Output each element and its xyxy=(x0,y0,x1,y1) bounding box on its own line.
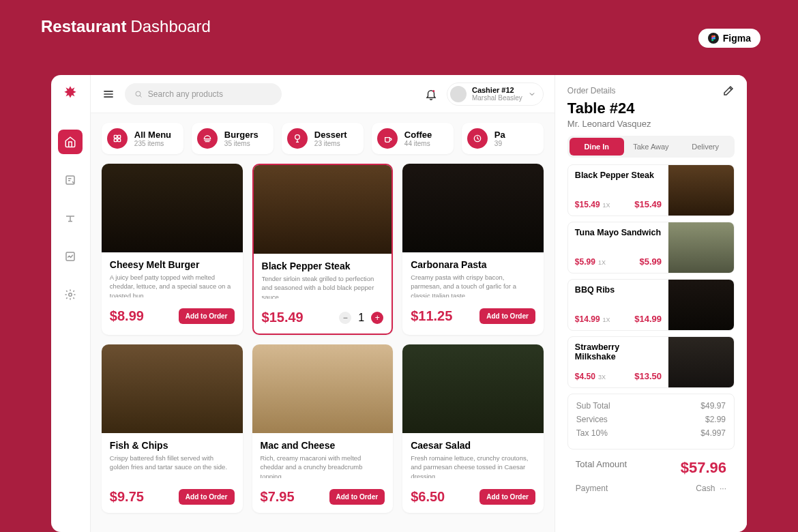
nav-reports[interactable] xyxy=(58,244,83,269)
order-line-item[interactable]: Tuna Mayo Sandwich$5.991X$5.99 xyxy=(567,222,735,274)
product-grid: Cheesy Melt BurgerA juicy beef patty top… xyxy=(91,164,555,524)
customer-name: Mr. Leonard Vasquez xyxy=(567,119,735,129)
order-item-unit-price: $4.50 xyxy=(575,372,595,381)
order-item-unit-price: $14.99 xyxy=(575,314,600,324)
payment-row: Payment Cash ··· xyxy=(567,477,735,493)
note-icon xyxy=(64,174,76,186)
product-image xyxy=(402,344,544,433)
product-image xyxy=(102,164,243,252)
product-title: Carbonara Pasta xyxy=(411,259,535,270)
order-line-item[interactable]: BBQ Ribs$14.991X$14.99 xyxy=(567,279,735,331)
tab-delivery[interactable]: Delivery xyxy=(678,138,733,156)
order-item-qty: 3X xyxy=(598,374,606,381)
table-icon xyxy=(64,212,76,224)
order-item-image xyxy=(668,222,734,273)
product-card[interactable]: Caesar SaladFresh romaine lettuce, crunc… xyxy=(402,344,544,513)
order-item-qty: 1X xyxy=(603,202,610,209)
nav-home[interactable] xyxy=(58,130,83,154)
product-card[interactable]: Cheesy Melt BurgerA juicy beef patty top… xyxy=(102,164,243,335)
svg-point-15 xyxy=(295,135,300,140)
svg-point-4 xyxy=(713,37,715,39)
product-image xyxy=(254,165,392,254)
add-to-order-button[interactable]: Add to Order xyxy=(179,308,235,324)
figma-icon xyxy=(708,33,719,44)
order-line-item[interactable]: Black Pepper Steak$15.491X$15.49 xyxy=(567,164,735,216)
product-image xyxy=(252,344,394,433)
category-icon xyxy=(112,133,123,144)
summary-row: Tax 10%$4.997 xyxy=(576,428,726,438)
product-title: Black Pepper Steak xyxy=(262,261,384,271)
order-item-name: Black Pepper Steak xyxy=(575,171,662,180)
product-price: $7.95 xyxy=(261,489,295,505)
category-icon xyxy=(382,133,393,144)
product-description: Crispy battered fish fillet served with … xyxy=(110,454,235,478)
svg-point-8 xyxy=(69,293,72,297)
product-card[interactable]: Fish & ChipsCrispy battered fish fillet … xyxy=(102,344,243,513)
add-to-order-button[interactable]: Add to Order xyxy=(179,489,235,505)
order-item-name: BBQ Ribs xyxy=(575,285,662,295)
category-burgers[interactable]: Burgers35 items xyxy=(192,123,274,154)
search-input[interactable]: Search any products xyxy=(125,83,282,105)
order-item-image xyxy=(668,280,734,330)
svg-point-9 xyxy=(136,91,141,96)
order-item-name: Strawberry Milkshake xyxy=(575,342,662,361)
category-icon xyxy=(202,133,213,144)
svg-point-5 xyxy=(711,39,713,41)
order-sidebar: Order Details Table #24 Mr. Leonard Vasq… xyxy=(555,75,747,532)
add-to-order-button[interactable]: Add to Order xyxy=(479,308,535,324)
svg-point-10 xyxy=(432,90,434,92)
svg-rect-14 xyxy=(118,139,121,142)
notification-icon[interactable] xyxy=(425,88,437,100)
nav-settings[interactable] xyxy=(58,282,83,307)
product-card[interactable]: Black Pepper SteakTender sirloin steak g… xyxy=(252,164,394,335)
svg-rect-12 xyxy=(118,135,121,138)
order-item-name: Tuna Mayo Sandwich xyxy=(575,228,662,237)
category-icon xyxy=(472,133,483,144)
table-number: Table #24 xyxy=(567,100,735,117)
main-area: Search any products Cashier #12Marshal B… xyxy=(91,75,555,532)
product-description: Fresh romaine lettuce, crunchy croutons,… xyxy=(411,454,535,478)
order-item-unit-price: $5.99 xyxy=(575,257,595,267)
category-dessert[interactable]: Dessert23 items xyxy=(282,123,364,154)
nav-tables[interactable] xyxy=(58,206,83,231)
qty-minus-button[interactable]: − xyxy=(339,312,351,324)
category-icon xyxy=(292,133,303,144)
gear-icon xyxy=(64,289,76,301)
order-item-total: $15.49 xyxy=(634,199,662,209)
summary-row: Services$2.99 xyxy=(576,415,726,424)
order-item-total: $13.50 xyxy=(634,371,662,381)
product-description: Creamy pasta with crispy bacon, parmesan… xyxy=(411,273,535,297)
order-summary: Sub Total$49.97Services$2.99Tax 10%$4.99… xyxy=(567,394,735,449)
product-title: Cheesy Melt Burger xyxy=(110,259,235,270)
quantity-stepper: −1+ xyxy=(339,312,383,324)
tab-take-away[interactable]: Take Away xyxy=(624,138,679,156)
qty-plus-button[interactable]: + xyxy=(371,312,383,324)
category-all-menu[interactable]: All Menu235 items xyxy=(102,123,183,154)
home-icon xyxy=(64,136,76,148)
tab-dine-in[interactable]: Dine In xyxy=(570,138,624,156)
page-super-title: RestaurantDashboard xyxy=(0,0,798,53)
product-title: Mac and Cheese xyxy=(261,440,385,451)
qty-value: 1 xyxy=(358,312,364,324)
menu-icon[interactable] xyxy=(102,87,115,101)
nav-rail xyxy=(51,75,91,532)
product-description: Rich, creamy macaroni with melted chedda… xyxy=(261,454,385,478)
nav-orders[interactable] xyxy=(58,168,83,192)
category-pa[interactable]: Pa39 xyxy=(462,123,544,154)
chevron-down-icon xyxy=(528,90,536,98)
product-image xyxy=(402,164,544,252)
brand-logo xyxy=(61,85,79,102)
category-coffee[interactable]: Coffee44 items xyxy=(372,123,454,154)
order-item-total: $14.99 xyxy=(634,314,662,324)
edit-icon[interactable] xyxy=(722,85,735,97)
order-line-item[interactable]: Strawberry Milkshake$4.503X$13.50 xyxy=(567,336,735,388)
product-card[interactable]: Mac and CheeseRich, creamy macaroni with… xyxy=(252,344,394,513)
product-title: Fish & Chips xyxy=(110,440,235,451)
add-to-order-button[interactable]: Add to Order xyxy=(479,489,535,505)
product-card[interactable]: Carbonara PastaCreamy pasta with crispy … xyxy=(402,164,544,335)
product-description: Tender sirloin steak grilled to perfecti… xyxy=(262,274,384,299)
svg-rect-11 xyxy=(114,135,117,138)
app-window: Search any products Cashier #12Marshal B… xyxy=(51,75,747,532)
user-menu[interactable]: Cashier #12Marshal Beasley xyxy=(447,83,544,106)
add-to-order-button[interactable]: Add to Order xyxy=(329,489,385,505)
